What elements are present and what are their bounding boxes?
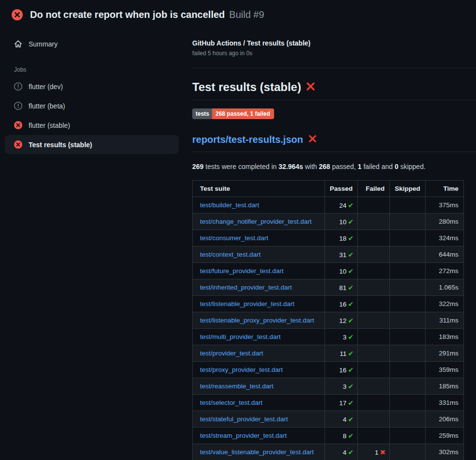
breadcrumb: GitHub Actions / Test results (stable): [192, 39, 476, 47]
table-row: test/future_provider_test.dart 10✔ 272ms: [193, 263, 464, 279]
sidebar-item-flutter-beta[interactable]: flutter (beta): [5, 96, 179, 115]
build-number: Build #9: [229, 9, 264, 20]
sidebar-item-flutter-dev[interactable]: flutter (dev): [5, 77, 179, 96]
skipped-count: 0: [395, 163, 399, 170]
page-header: Do not create report when job is cancell…: [0, 0, 476, 28]
failed-cell: [358, 263, 390, 279]
failed-cell: [358, 279, 390, 296]
skipped-cell: [390, 362, 426, 378]
failed-cell: [358, 378, 390, 395]
skipped-cell: [390, 428, 426, 444]
time-cell: 322ms: [425, 296, 463, 312]
check-icon: ✔: [348, 317, 354, 324]
sidebar-item-flutter-stable[interactable]: flutter (stable): [5, 116, 179, 135]
suite-link[interactable]: test/future_provider_test.dart: [200, 267, 284, 275]
suite-link[interactable]: test/reassemble_test.dart: [200, 383, 274, 390]
passed-cell: 8✔: [325, 428, 358, 444]
table-row: test/consumer_test.dart 18✔ 324ms: [193, 230, 464, 246]
check-icon: ✔: [348, 284, 354, 291]
failed-status-icon: [14, 140, 22, 149]
cancelled-status-icon: [14, 82, 22, 91]
time-cell: 1.065s: [425, 279, 463, 296]
suite-link[interactable]: test/change_notifier_provider_test.dart: [200, 218, 311, 225]
passed-cell: 4✔: [325, 444, 358, 460]
skipped-cell: [390, 395, 426, 411]
table-row: test/change_notifier_provider_test.dart …: [193, 214, 464, 230]
col-header-test-suite: Test suite: [193, 181, 325, 197]
passed-cell: 3✔: [325, 329, 358, 345]
time-cell: 280ms: [425, 214, 463, 230]
badge-value: 268 passed, 1 failed: [212, 108, 274, 119]
failed-cell: [358, 411, 390, 428]
skipped-cell: [390, 279, 426, 296]
time-cell: 359ms: [425, 362, 463, 378]
sidebar-item-label: flutter (beta): [29, 102, 65, 110]
table-row: test/listenable_provider_test.dart 16✔ 3…: [193, 296, 464, 312]
table-row: test/builder_test.dart 24✔ 375ms: [193, 197, 464, 214]
table-row: test/listenable_proxy_provider_test.dart…: [193, 312, 464, 329]
passed-cell: 11✔: [325, 345, 358, 362]
suite-link[interactable]: test/stream_provider_test.dart: [200, 432, 287, 439]
suite-link[interactable]: test/multi_provider_test.dart: [200, 333, 281, 340]
page-title: Do not create report when job is cancell…: [30, 9, 225, 20]
table-row: test/inherited_provider_test.dart 81✔ 1.…: [193, 279, 464, 296]
sidebar-item-label: flutter (stable): [29, 122, 70, 129]
suite-link[interactable]: test/provider_test.dart: [200, 350, 263, 357]
skipped-cell: [390, 411, 426, 428]
time-cell: 291ms: [425, 345, 463, 362]
test-results-table: Test suite Passed Failed Skipped Time te…: [192, 180, 464, 460]
table-row: test/selector_test.dart 17✔ 331ms: [193, 395, 464, 411]
failed-cell: [358, 296, 390, 312]
check-icon: ✔: [348, 201, 354, 209]
failed-cell: 1✖: [358, 444, 390, 460]
sidebar-item-label: flutter (dev): [29, 83, 63, 91]
time-cell: 185ms: [425, 378, 463, 395]
suite-link[interactable]: test/stateful_provider_test.dart: [200, 415, 288, 423]
time-cell: 311ms: [425, 312, 463, 329]
failed-cell: [358, 428, 390, 444]
check-icon: ✔: [348, 267, 354, 275]
suite-link[interactable]: test/builder_test.dart: [200, 201, 259, 209]
suite-link[interactable]: test/proxy_provider_test.dart: [200, 366, 283, 373]
suite-link[interactable]: test/listenable_provider_test.dart: [200, 300, 294, 307]
check-icon: ✔: [348, 432, 354, 440]
passed-cell: 24✔: [325, 197, 358, 214]
report-link[interactable]: reports/test-results.json: [192, 134, 303, 145]
skipped-cell: [390, 246, 426, 263]
table-row: test/provider_test.dart 11✔ 291ms: [193, 345, 464, 362]
suite-link[interactable]: test/inherited_provider_test.dart: [200, 284, 292, 291]
sidebar-item-label: Summary: [29, 40, 58, 48]
passed-cell: 16✔: [325, 362, 358, 378]
time-cell: 644ms: [425, 246, 463, 263]
check-icon: ✔: [348, 234, 354, 242]
cross-icon: ✖: [380, 448, 386, 456]
suite-link[interactable]: test/consumer_test.dart: [200, 234, 268, 242]
failed-cell: [358, 246, 390, 263]
suite-link[interactable]: test/listenable_proxy_provider_test.dart: [200, 317, 314, 324]
badge-label: tests: [192, 108, 212, 119]
skipped-cell: [390, 296, 426, 312]
failed-x-icon: [306, 80, 315, 94]
sidebar: Summary Jobs flutter (dev) flutter (beta…: [0, 28, 192, 154]
check-icon: ✔: [348, 415, 354, 423]
table-row: test/value_listenable_provider_test.dart…: [193, 444, 464, 460]
time-cell: 183ms: [425, 329, 463, 345]
time-cell: 259ms: [425, 428, 463, 444]
skipped-cell: [390, 214, 426, 230]
divider: [192, 68, 476, 68]
passed-cell: 10✔: [325, 214, 358, 230]
sidebar-item-test-results-stable[interactable]: Test results (stable): [5, 135, 179, 154]
suite-link[interactable]: test/value_listenable_provider_test.dart: [200, 448, 314, 456]
sidebar-item-summary[interactable]: Summary: [5, 34, 179, 53]
failed-cell: [358, 329, 390, 345]
passed-cell: 17✔: [325, 395, 358, 411]
suite-link[interactable]: test/context_test.dart: [200, 251, 261, 258]
time-cell: 324ms: [425, 230, 463, 246]
sidebar-item-label: Test results (stable): [29, 141, 92, 149]
failed-cell: [358, 362, 390, 378]
check-icon: ✔: [348, 448, 354, 456]
suite-link[interactable]: test/selector_test.dart: [200, 399, 262, 406]
col-header-skipped: Skipped: [390, 181, 426, 197]
time-cell: 331ms: [425, 395, 463, 411]
report-title: reports/test-results.json: [192, 134, 476, 152]
